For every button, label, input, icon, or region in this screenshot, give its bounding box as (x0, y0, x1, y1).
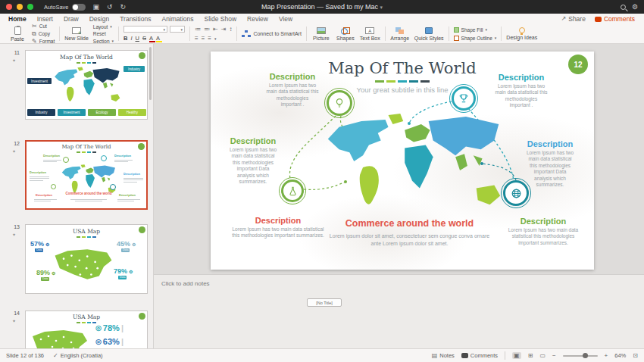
connect-smartart-button[interactable]: Connect to SmartArt (242, 30, 301, 37)
align-left-button[interactable]: ≡ (195, 35, 199, 42)
highlight-button[interactable]: A (156, 35, 160, 42)
search-icon[interactable] (621, 5, 626, 10)
bullets-button[interactable]: ≔ (195, 26, 201, 33)
tab-home[interactable]: Home (3, 14, 32, 24)
zoom-slider-knob[interactable] (583, 353, 588, 358)
slide-thumbnail-13[interactable]: USA Map 57% ⚙ Data 45% ⚙ Data 89% ⚙ Da (25, 224, 148, 294)
flask-icon (287, 186, 299, 197)
shape-outline-button[interactable]: Shape Outline ▾ (454, 35, 497, 41)
section-button[interactable]: Section▾ (93, 38, 114, 44)
language-indicator[interactable]: ✓ English (Croatia) (53, 352, 103, 359)
thumbnail-scrollbar[interactable] (149, 47, 152, 100)
autosave-control[interactable]: AutoSave (44, 4, 86, 11)
close-button[interactable] (6, 4, 12, 10)
underline-button[interactable]: U (136, 35, 139, 42)
slide-thumbnail-14[interactable]: USA Map ◎ 78%| ◎ 63%| (25, 311, 148, 348)
font-name-select[interactable]: ▾ (123, 26, 167, 33)
strikethrough-button[interactable]: S (142, 35, 146, 42)
tab-slideshow[interactable]: Slide Show (199, 14, 242, 24)
quick-styles-button[interactable]: Quick Styles (414, 27, 444, 41)
notes-pane[interactable]: Click to add notes (154, 274, 644, 348)
maximize-button[interactable] (27, 4, 33, 10)
trophy-circle[interactable] (452, 86, 476, 111)
minimize-button[interactable] (17, 4, 23, 10)
zoom-in-button[interactable]: + (605, 352, 608, 359)
transition-star-icon: ✦ (12, 148, 16, 154)
zoom-slider[interactable] (563, 355, 598, 357)
indent-button[interactable]: ⇥ (221, 26, 227, 33)
autosave-toggle[interactable] (72, 4, 86, 11)
shapes-button[interactable]: Shapes (336, 27, 355, 41)
numbering-button[interactable]: ≕ (204, 26, 210, 33)
reading-view-button[interactable]: ▭ (539, 352, 546, 359)
align-right-button[interactable]: ≡ (208, 35, 211, 42)
shapes-icon (341, 27, 350, 34)
description-block-mid-left[interactable]: Description Lorem Ipsum has two main dat… (218, 136, 288, 186)
description-block-bottom-right[interactable]: Description Lorem Ipsum has two main dat… (502, 217, 584, 246)
align-center-button[interactable]: ≡ (202, 35, 205, 42)
notes-toggle-button[interactable]: ▤ Notes (432, 352, 455, 359)
paste-button[interactable]: Paste (8, 27, 27, 42)
notes-placeholder[interactable]: Click to add notes (161, 280, 210, 287)
arrange-button[interactable]: Arrange (390, 27, 410, 41)
text-box-icon: A (365, 27, 374, 34)
description-block-mid-right[interactable]: Description Lorem Ipsum has two main dat… (515, 139, 585, 189)
text-box-button[interactable]: A Text Box (360, 27, 380, 41)
layout-button[interactable]: Layout▾ (93, 23, 114, 30)
italic-button[interactable]: I (130, 35, 132, 42)
outdent-button[interactable]: ⇤ (213, 26, 218, 33)
share-button[interactable]: ↗ Share (561, 15, 586, 23)
world-map-graphic[interactable] (317, 111, 511, 223)
design-ideas-button[interactable]: Design Ideas (506, 27, 537, 40)
shape-outline-icon (454, 36, 459, 41)
redo-icon[interactable]: ↻ (120, 0, 127, 14)
fit-slide-button[interactable]: ⊡ (633, 352, 638, 359)
zoom-level[interactable]: 64% (614, 352, 626, 359)
description-block-top-right[interactable]: Description Lorem Ipsum has two main dat… (481, 73, 561, 109)
copy-button[interactable]: ⧉Copy (32, 31, 55, 37)
bold-button[interactable]: B (123, 35, 127, 42)
target-icon: ◎ (95, 338, 102, 345)
shape-fill-button[interactable]: Shape Fill ▾ (454, 27, 497, 33)
lightbulb-icon (333, 97, 345, 109)
zoom-out-button[interactable]: − (552, 352, 556, 359)
slide-thumbnail-11[interactable]: Map Of The World Investment Industry Ind… (25, 50, 148, 120)
tab-design[interactable]: Design (84, 14, 114, 24)
commerce-block[interactable]: Commerce around the world Lorem ipsum do… (328, 218, 491, 248)
undo-icon[interactable]: ↺ (107, 0, 113, 14)
tab-draw[interactable]: Draw (58, 14, 84, 24)
flask-circle[interactable] (281, 179, 304, 202)
description-block-top-left[interactable]: Description Lorem Ipsum has two main dat… (252, 72, 333, 108)
banner-ecology: Ecology (88, 109, 116, 116)
settings-gear-icon[interactable]: ⚙ (632, 0, 638, 14)
picture-button[interactable]: Picture (311, 27, 331, 41)
world-map-graphic (48, 66, 126, 108)
cut-button[interactable]: ✂Cut (32, 23, 55, 30)
save-icon[interactable]: ▣ (93, 0, 100, 14)
slide-sorter-view-button[interactable]: ⊞ (528, 352, 533, 359)
stat-79: 79% ⚙ (114, 267, 133, 275)
tab-view[interactable]: View (274, 14, 298, 24)
design-ideas-bulb-icon (519, 27, 525, 33)
globe-circle[interactable] (503, 180, 529, 206)
tab-transitions[interactable]: Transitions (114, 14, 156, 24)
tab-review[interactable]: Review (242, 14, 274, 24)
slide-counter: Slide 12 of 136 (6, 352, 44, 359)
mini-circle-icon (101, 155, 107, 161)
normal-view-button[interactable]: ▣ (512, 352, 521, 359)
comments-button[interactable]: Comments (595, 15, 635, 23)
description-block-bottom-left[interactable]: Description Lorem Ipsum has two main dat… (232, 216, 324, 239)
font-color-button[interactable]: A (149, 35, 153, 42)
slide-editor[interactable]: 12 Map Of The World Your great subtitle … (211, 51, 594, 270)
title-chevron-icon: ▾ (380, 5, 383, 10)
new-slide-button[interactable]: New Slide (64, 27, 89, 41)
slide-thumbnail-12-selected[interactable]: Map Of The World Description Description… (25, 140, 148, 210)
no-title-chip[interactable]: [No Title] (307, 298, 342, 307)
reset-button[interactable]: Reset (93, 31, 114, 36)
titlebar: AutoSave ▣ ↺ ↻ Map Presentation — Saved … (0, 0, 644, 14)
tab-animations[interactable]: Animations (156, 14, 199, 24)
font-size-select[interactable]: ▾ (170, 26, 185, 33)
lightbulb-circle[interactable] (327, 90, 352, 116)
comments-toggle-button[interactable]: Comments (461, 352, 498, 359)
line-spacing-button[interactable]: ↕ (229, 26, 232, 33)
